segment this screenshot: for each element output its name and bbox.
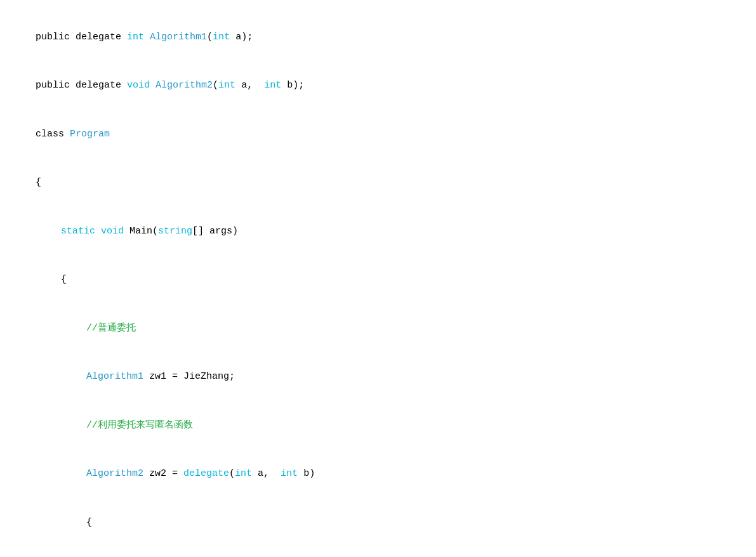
code-line: { [13,256,743,305]
code-line: static void Main(string[] args) [13,207,743,256]
code-line: //利用委托来写匿名函数 [13,401,743,450]
code-line: Algorithm2 zw2 = delegate(int a, int b) [13,450,743,499]
code-line: //普通委托 [13,304,743,353]
code-line: public delegate int Algorithm1(int a); [13,13,743,62]
code-line: { [13,159,743,207]
code-block: public delegate int Algorithm1(int a); p… [13,6,743,557]
code-line: public delegate void Algorithm2(int a, i… [13,62,743,110]
code-line: Console.WriteLine("{0}*{1}={2}", a, b, a… [13,547,743,558]
code-line: { [13,498,743,547]
code-line: class Program [13,110,743,159]
code-line: Algorithm1 zw1 = JieZhang; [13,353,743,402]
